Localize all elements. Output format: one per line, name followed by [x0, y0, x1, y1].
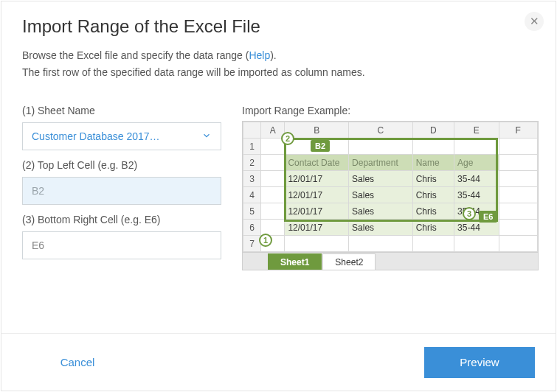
col-header: A: [261, 122, 285, 139]
cell: Department: [349, 155, 413, 171]
sheet-tab[interactable]: Sheet2: [322, 253, 376, 270]
top-left-label: (2) Top Left Cell (e.g. B2): [22, 159, 221, 171]
col-header: B: [285, 122, 349, 139]
sheet-tabs: Sheet1Sheet2: [243, 252, 538, 270]
cell: 12/01/17: [285, 171, 349, 187]
cell: Chris: [412, 171, 454, 187]
dialog-title: Import Range of the Excel File: [1, 1, 556, 47]
top-left-cell-input[interactable]: [22, 177, 221, 205]
cell: [499, 139, 537, 155]
cell: 35-44: [454, 203, 499, 220]
row-header: 4: [243, 187, 261, 203]
cell: Chris: [412, 203, 454, 220]
cell: [261, 236, 285, 252]
example-title: Import Range Example:: [242, 105, 535, 116]
chevron-down-icon: [201, 130, 212, 143]
help-link[interactable]: Help: [249, 49, 270, 61]
preview-button[interactable]: Preview: [424, 347, 535, 378]
close-icon: ✕: [530, 15, 539, 28]
sheet-name-value: Customer Database 2017…: [32, 130, 160, 142]
dialog-footer: Cancel Preview: [1, 333, 556, 391]
bottom-right-label: (3) Bottom Right Cell (e.g. E6): [22, 214, 221, 225]
cell: [499, 236, 537, 252]
cell: Sales: [349, 187, 413, 203]
cell: Age: [454, 155, 499, 171]
sheet-tab[interactable]: Sheet1: [268, 253, 322, 270]
cell: [499, 203, 537, 220]
example-spreadsheet: ABCDEF 12Contact DateDepartmentNameAge31…: [242, 121, 539, 270]
row-header: 6: [243, 220, 261, 236]
cell: [349, 236, 413, 252]
example-table: ABCDEF 12Contact DateDepartmentNameAge31…: [243, 122, 538, 252]
cell: [285, 236, 349, 252]
cell: [499, 187, 537, 203]
cell: 35-44: [454, 220, 499, 236]
row-header: 5: [243, 203, 261, 220]
cell: Chris: [412, 220, 454, 236]
cell: [499, 155, 537, 171]
cell: [454, 236, 499, 252]
sheet-name-label: (1) Sheet Name: [22, 105, 221, 116]
row-header: 3: [243, 171, 261, 187]
cell: [261, 139, 285, 155]
cell: Name: [412, 155, 454, 171]
col-header: D: [412, 122, 454, 139]
cell: [261, 220, 285, 236]
cell: [261, 155, 285, 171]
sheet-name-select[interactable]: Customer Database 2017…: [22, 122, 221, 150]
row-header: 1: [243, 139, 261, 155]
example-column: Import Range Example: ABCDEF 12Contact D…: [242, 96, 535, 270]
cell: [412, 139, 454, 155]
cell: [261, 187, 285, 203]
cell: 35-44: [454, 171, 499, 187]
cell: [285, 139, 349, 155]
bottom-right-cell-input[interactable]: [22, 231, 221, 259]
cell: 35-44: [454, 187, 499, 203]
row-header: 2: [243, 155, 261, 171]
import-range-dialog: Import Range of the Excel File ✕ Browse …: [1, 1, 556, 391]
cell: Sales: [349, 171, 413, 187]
col-header: E: [454, 122, 499, 139]
cell: Sales: [349, 220, 413, 236]
form-column: (1) Sheet Name Customer Database 2017… (…: [22, 96, 221, 270]
cell: Contact Date: [285, 155, 349, 171]
cell: Sales: [349, 203, 413, 220]
cell: [499, 220, 537, 236]
cell: [261, 203, 285, 220]
cell: 12/01/17: [285, 220, 349, 236]
cell: [412, 236, 454, 252]
col-header: F: [499, 122, 537, 139]
close-button[interactable]: ✕: [525, 12, 544, 31]
intro-line2: The first row of the specified data rang…: [22, 66, 365, 78]
cell: [499, 171, 537, 187]
intro-suffix: ).: [270, 49, 277, 61]
cell: [261, 171, 285, 187]
col-header: C: [349, 122, 413, 139]
cell: [349, 139, 413, 155]
cell: Chris: [412, 187, 454, 203]
intro-prefix: Browse the Excel file and specify the da…: [22, 49, 249, 61]
cell: [454, 139, 499, 155]
cell: 12/01/17: [285, 203, 349, 220]
row-header: 7: [243, 236, 261, 252]
cancel-button[interactable]: Cancel: [22, 347, 133, 378]
cell: 12/01/17: [285, 187, 349, 203]
intro-text: Browse the Excel file and specify the da…: [1, 47, 556, 90]
